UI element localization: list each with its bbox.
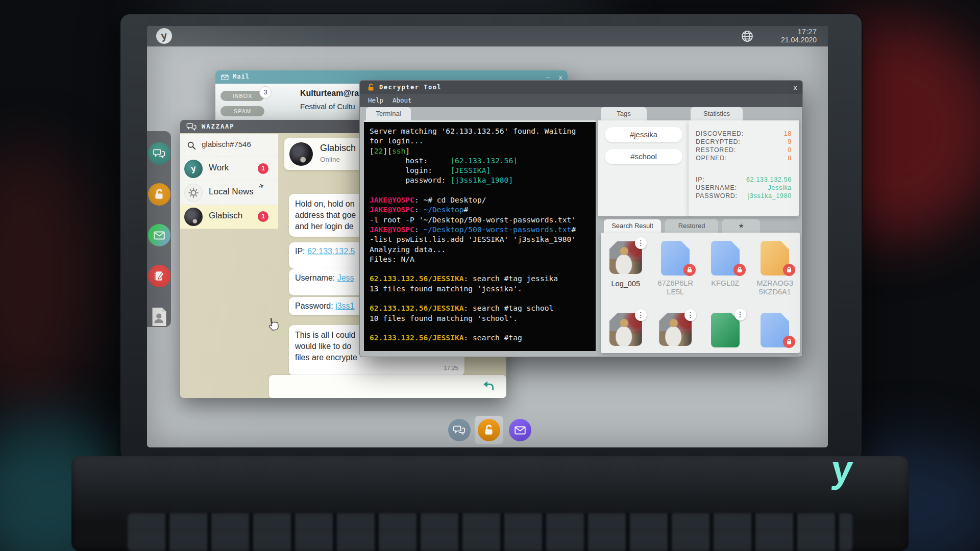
contact-item-local-news[interactable]: Local News ✈: [180, 181, 278, 205]
stat-row: IP:62.133.132.56: [696, 176, 792, 184]
tab-restored[interactable]: Restored: [665, 219, 718, 233]
message-input-bar[interactable]: [269, 375, 506, 398]
menu-help[interactable]: Help: [368, 96, 383, 104]
menu-about[interactable]: About: [393, 96, 412, 104]
decrypter-window: Decrypter Tool – x Help About Terminal S…: [359, 80, 803, 357]
sidebar-profile-icon[interactable]: [148, 306, 170, 328]
tab-search-result[interactable]: Search Result: [604, 219, 661, 233]
tab-terminal[interactable]: Terminal: [366, 107, 411, 120]
stat-value: 0: [788, 146, 792, 154]
password-link[interactable]: j3ss1: [335, 302, 354, 310]
taskbar-chat-icon[interactable]: [448, 419, 471, 441]
game-scene: y y 17:27 21.04.2020 Mail –: [0, 0, 980, 551]
close-button[interactable]: x: [793, 84, 797, 91]
minimize-button[interactable]: –: [781, 84, 785, 91]
network-globe-icon[interactable]: [740, 29, 754, 43]
sidebar-mail-icon[interactable]: [148, 224, 170, 246]
stat-row: OPENED:8: [696, 154, 792, 162]
decrypter-titlebar[interactable]: Decrypter Tool – x: [360, 81, 802, 94]
sidebar-notes-icon[interactable]: [148, 265, 170, 287]
os-topbar: y 17:27 21.04.2020: [147, 26, 828, 46]
file-lock-icon: [783, 264, 795, 276]
contact-search-row: [180, 134, 278, 157]
contact-item-work[interactable]: y Work 1: [180, 157, 278, 181]
stat-row: RESTORED:0: [696, 146, 792, 154]
file-item[interactable]: MZRAOG3 5KZD6A1: [750, 240, 800, 300]
ip-link[interactable]: 62.133.132.5: [307, 247, 355, 256]
file-lock-icon: [783, 336, 795, 348]
terminal-line: login: [JESSIKA]: [370, 165, 590, 175]
message-label: IP:: [295, 247, 307, 256]
clock-date: 21.04.2020: [781, 36, 817, 44]
terminal-segment: ~/Desktop/500-worst-passwords.txt: [423, 225, 571, 234]
stat-label: RESTORED:: [696, 146, 736, 154]
terminal-segment: 13 files found matching 'jessika'.: [370, 284, 522, 293]
contact-item-glabisch[interactable]: Glabisch 1: [180, 205, 278, 229]
terminal-segment: ]: [405, 146, 410, 155]
terminal-line: 62.133.132.56/JESSIKA: search #tag jessi…: [370, 273, 590, 283]
terminal-segment: [JESSIKA]: [450, 166, 491, 174]
decrypter-menubar: Help About: [360, 94, 802, 107]
terminal-line: password: [j3ss1ka_1980]: [370, 175, 590, 185]
tag-pill-school[interactable]: #school: [605, 149, 682, 164]
plane-icon: ✈: [258, 182, 266, 191]
wazzaap-window-title: WAZZAAP: [202, 123, 235, 130]
file-name: 67Z6P6LR LE5L: [652, 279, 699, 296]
tab-tags[interactable]: Tags: [601, 107, 647, 120]
message-time: 1: [295, 284, 366, 291]
terminal-line: JAKE@YOSPC: ~# cd Desktop/: [370, 195, 590, 205]
terminal-segment: : search #tag jessika: [464, 274, 558, 283]
terminal-segment: : ~# cd Desktop/: [414, 195, 486, 204]
file-item[interactable]: [750, 312, 800, 353]
file-item[interactable]: ⋮ Log_005: [601, 240, 651, 300]
unlock-icon: [366, 83, 376, 92]
sidebar-decrypter-icon[interactable]: [148, 183, 170, 206]
sidebar-chat-icon[interactable]: [148, 142, 170, 165]
tab-favorites-star[interactable]: ★: [722, 219, 760, 233]
file-name: MZRAOG3 5KZD6A1: [751, 279, 798, 296]
file-menu-icon[interactable]: ⋮: [635, 309, 647, 321]
tab-statistics[interactable]: Statistics: [691, 107, 743, 120]
stat-label: OPENED:: [696, 154, 727, 162]
terminal-segment: #: [464, 205, 469, 214]
terminal-line: -l root -P '~/Desktop/500-worst-password…: [370, 215, 590, 224]
file-menu-icon[interactable]: ⋮: [734, 309, 746, 320]
tag-pill-jessika[interactable]: #jessika: [605, 127, 682, 142]
file-item[interactable]: ⋮: [700, 312, 750, 353]
terminal-output[interactable]: Server matching '62.133.132.56' found. W…: [364, 120, 596, 351]
stat-value: j3ss1ka_1980: [748, 192, 792, 200]
terminal-segment: Server matching '62.133.132.56' found. W…: [370, 127, 576, 135]
terminal-segment: JAKE@YOSPC: [370, 205, 414, 214]
file-menu-icon[interactable]: ⋮: [684, 309, 696, 321]
taskbar-decrypter-icon[interactable]: [478, 419, 500, 441]
email-subject[interactable]: Festival of Cultu: [300, 102, 355, 111]
terminal-segment: for login...: [370, 136, 423, 145]
taskbar-mail-icon[interactable]: [509, 419, 531, 441]
unread-badge: 1: [258, 163, 268, 174]
work-avatar: y: [183, 159, 204, 180]
terminal-segment: 62.133.132.56/JESSIKA: [370, 333, 464, 342]
file-item[interactable]: ⋮: [601, 312, 651, 353]
terminal-segment: : search #tag school: [464, 304, 554, 312]
email-sender[interactable]: Kulturteam@rath: [300, 89, 366, 98]
chat-contact-name: Glabisch: [320, 143, 356, 154]
terminal-segment: Analyzing data...: [370, 245, 446, 254]
stat-row: USERNAME:Jessika: [696, 184, 792, 192]
mail-folder-inbox[interactable]: INBOX: [220, 91, 264, 101]
terminal-segment: -list pswList.lis.add 'JESSIKA' 'j3ss1ka…: [370, 235, 576, 243]
file-item[interactable]: ⋮: [651, 312, 701, 353]
stat-label: USERNAME:: [696, 184, 737, 192]
stat-row: DISCOVERED:18: [696, 130, 792, 138]
file-item[interactable]: KFGL0Z: [700, 240, 750, 300]
terminal-line: [370, 323, 590, 333]
file-item[interactable]: 67Z6P6LR LE5L: [651, 240, 701, 300]
file-menu-icon[interactable]: ⋮: [635, 237, 647, 249]
mail-folder-spam[interactable]: SPAM: [220, 106, 264, 116]
file-name: KFGL0Z: [702, 279, 749, 288]
contact-name: Local News: [209, 187, 254, 197]
search-input[interactable]: [201, 139, 274, 149]
username-link[interactable]: Jess: [337, 273, 354, 282]
reply-arrow-icon[interactable]: [482, 380, 495, 393]
terminal-line: -list pswList.lis.add 'JESSIKA' 'j3ss1ka…: [370, 234, 590, 244]
terminal-segment: [j3ss1ka_1980]: [450, 176, 513, 184]
